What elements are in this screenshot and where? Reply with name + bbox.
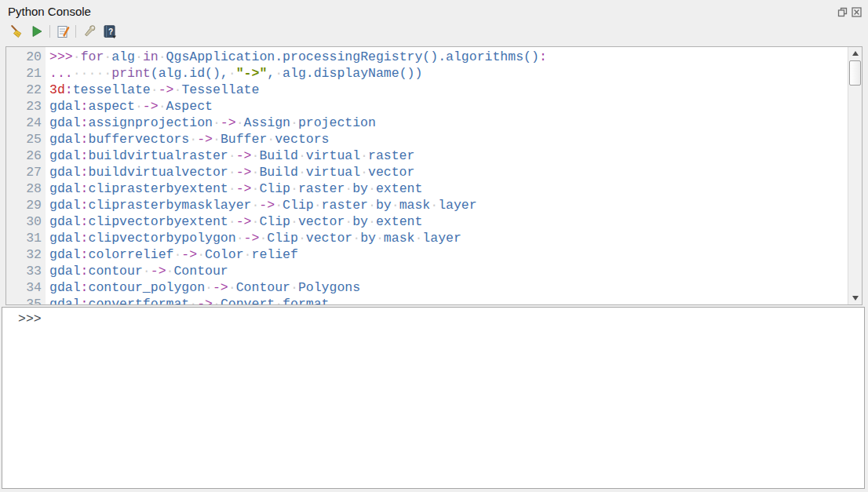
console-line: 29gdal:cliprasterbymasklayer·->·Clip·ras… (6, 197, 848, 213)
help-book-icon: ? (102, 24, 117, 39)
line-number: 25 (6, 131, 46, 148)
line-number: 31 (6, 230, 46, 246)
close-icon[interactable] (852, 7, 862, 17)
console-line: 30gdal:clipvectorbyextent·->·Clip·vector… (6, 213, 848, 230)
panel-title: Python Console (8, 5, 91, 18)
console-line: 31gdal:clipvectorbypolygon·->·Clip·vecto… (6, 230, 848, 246)
console-line: 28gdal:cliprasterbyextent·->·Clip·raster… (6, 180, 848, 197)
console-line: 27gdal:buildvirtualvector·->·Build·virtu… (6, 164, 848, 180)
console-input[interactable]: >>> (2, 307, 865, 489)
arrow-down-icon (852, 296, 859, 301)
window-controls (837, 7, 862, 17)
help-button[interactable]: ? (99, 23, 119, 40)
svg-text:?: ? (108, 27, 112, 35)
console-line: 223d:tessellate·->·Tessellate (6, 82, 848, 98)
line-number: 26 (6, 148, 46, 164)
console-line: 33gdal:contour·->·Contour (6, 263, 848, 279)
line-number: 33 (6, 263, 46, 279)
line-number: 21 (6, 65, 46, 82)
python-console-panel: { "panel": { "title": "Python Console" }… (0, 0, 868, 492)
options-button[interactable] (78, 23, 99, 40)
scrollbar-thumb[interactable] (849, 60, 861, 86)
console-line: 26gdal:buildvirtualraster·->·Build·virtu… (6, 148, 848, 164)
console-line: 34gdal:contour_polygon·->·Contour·Polygo… (6, 279, 848, 296)
vertical-scrollbar[interactable] (848, 47, 862, 304)
run-command-button[interactable] (27, 23, 47, 40)
document-pencil-icon (56, 24, 71, 39)
line-number: 35 (6, 296, 46, 305)
console-line: 32gdal:colorrelief·->·Color·relief (6, 246, 848, 263)
input-prompt: >>> (18, 312, 42, 326)
line-number: 32 (6, 246, 46, 263)
line-number: 30 (6, 213, 46, 230)
console-output[interactable]: 20>>>·for·alg·in·QgsApplication.processi… (5, 46, 863, 305)
play-icon (30, 24, 44, 38)
scroll-down-button[interactable] (848, 292, 862, 304)
clear-console-button[interactable] (6, 23, 27, 40)
toolbar-separator (75, 25, 76, 38)
console-line: 25gdal:buffervectors·->·Buffer·vectors (6, 131, 848, 148)
console-line: 24gdal:assignprojection·->·Assign·projec… (6, 115, 848, 131)
toolbar-separator (49, 25, 50, 38)
console-toolbar: ? (6, 23, 119, 40)
line-number: 23 (6, 98, 46, 115)
console-line: 35gdal:convertformat·->·Convert·format (6, 296, 848, 305)
scroll-up-button[interactable] (848, 47, 862, 60)
line-number: 22 (6, 82, 46, 98)
broom-icon (9, 24, 24, 39)
float-window-icon[interactable] (837, 7, 848, 17)
console-line: 21...·····print(alg.id(),·"->",·alg.disp… (6, 65, 848, 82)
line-number: 28 (6, 180, 46, 197)
line-number: 27 (6, 164, 46, 180)
show-editor-button[interactable] (53, 23, 73, 40)
wrench-icon (82, 24, 97, 39)
console-output-lines: 20>>>·for·alg·in·QgsApplication.processi… (6, 47, 848, 305)
console-line: 23gdal:aspect·->·Aspect (6, 98, 848, 115)
line-number: 29 (6, 197, 46, 213)
line-number: 34 (6, 279, 46, 296)
line-number: 24 (6, 115, 46, 131)
console-line: 20>>>·for·alg·in·QgsApplication.processi… (6, 49, 848, 65)
line-number: 20 (6, 49, 46, 65)
arrow-up-icon (852, 51, 859, 56)
